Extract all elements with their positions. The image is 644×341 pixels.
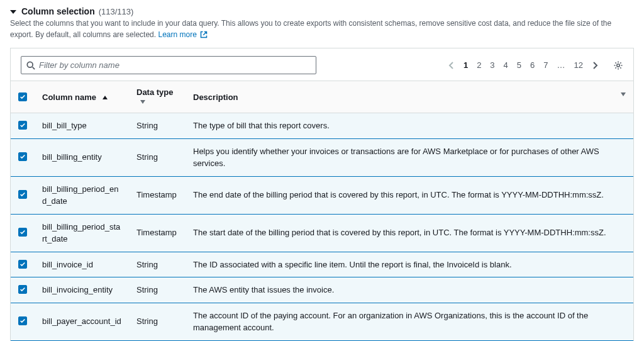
- cell-description: The AWS entity that issues the invoice.: [186, 277, 633, 303]
- toolbar: 1234567 … 12: [11, 48, 633, 81]
- table-row[interactable]: bill_bill_type String The type of bill t…: [11, 113, 633, 139]
- row-checkbox[interactable]: [18, 190, 27, 199]
- cell-data-type: String: [129, 277, 186, 303]
- cell-data-type: String: [129, 138, 186, 176]
- cell-data-type: String: [129, 252, 186, 277]
- cell-column-name: bill_billing_period_end_date: [35, 176, 129, 214]
- cell-description: Helps you identify whether your invoices…: [186, 138, 633, 176]
- row-checkbox[interactable]: [18, 121, 27, 130]
- settings-button[interactable]: [613, 60, 623, 70]
- table-row[interactable]: bill_invoicing_entity String The AWS ent…: [11, 277, 633, 303]
- cell-column-name: bill_invoice_id: [35, 252, 129, 277]
- section-title: Column selection: [21, 6, 95, 16]
- page-number[interactable]: 2: [477, 60, 481, 70]
- cell-column-name: bill_bill_type: [35, 113, 129, 139]
- page-number[interactable]: 4: [504, 60, 508, 70]
- page-number[interactable]: 7: [543, 60, 548, 70]
- collapse-caret-icon[interactable]: [10, 10, 16, 14]
- page-next[interactable]: [592, 61, 598, 70]
- external-link-icon: [200, 30, 208, 42]
- table-row[interactable]: bill_invoice_id String The ID associated…: [11, 252, 633, 277]
- page-ellipsis: …: [557, 60, 565, 70]
- table-row[interactable]: bill_billing_period_end_date Timestamp T…: [11, 176, 633, 214]
- sort-icon: [621, 92, 626, 96]
- sort-icon: [140, 100, 145, 104]
- cell-column-name: bill_billing_period_start_date: [35, 214, 129, 252]
- row-checkbox[interactable]: [18, 260, 27, 269]
- columns-table: Column name Data type Description bill_b…: [11, 81, 633, 341]
- table-row[interactable]: bill_billing_entity String Helps you ide…: [11, 138, 633, 176]
- search-icon: [26, 61, 35, 70]
- cell-data-type: String: [129, 113, 186, 139]
- cell-column-name: bill_invoicing_entity: [35, 277, 129, 303]
- row-checkbox[interactable]: [18, 228, 27, 237]
- section-description-text: Select the columns that you want to incl…: [10, 19, 611, 39]
- learn-more-link[interactable]: Learn more: [158, 30, 208, 39]
- cell-description: The end date of the billing period that …: [186, 176, 633, 214]
- page-number[interactable]: 1: [464, 60, 468, 70]
- svg-point-0: [27, 62, 33, 67]
- cell-column-name: bill_payer_account_id: [35, 303, 129, 340]
- search-input[interactable]: [35, 59, 311, 71]
- section-description: Select the columns that you want to incl…: [10, 18, 634, 42]
- section-header[interactable]: Column selection (113/113): [10, 6, 634, 16]
- section-count: (113/113): [99, 7, 134, 16]
- svg-point-1: [617, 64, 619, 66]
- row-checkbox[interactable]: [18, 285, 27, 294]
- cell-column-name: bill_billing_entity: [35, 138, 129, 176]
- cell-data-type: Timestamp: [129, 214, 186, 252]
- row-checkbox[interactable]: [18, 152, 27, 161]
- gear-icon: [613, 60, 623, 70]
- cell-description: The ID associated with a specific line i…: [186, 252, 633, 277]
- page-number[interactable]: 5: [517, 60, 521, 70]
- header-column-name[interactable]: Column name: [35, 81, 129, 113]
- header-data-type[interactable]: Data type: [129, 81, 186, 113]
- header-description[interactable]: Description: [186, 81, 633, 113]
- table-row[interactable]: bill_billing_period_start_date Timestamp…: [11, 214, 633, 252]
- cell-data-type: String: [129, 303, 186, 340]
- table-row[interactable]: bill_payer_account_id String The account…: [11, 303, 633, 340]
- search-box[interactable]: [21, 56, 316, 74]
- column-selection-panel: 1234567 … 12 Column name: [10, 48, 634, 341]
- cell-description: The type of bill that this report covers…: [186, 113, 633, 139]
- select-all-checkbox[interactable]: [18, 92, 27, 101]
- cell-description: The start date of the billing period tha…: [186, 214, 633, 252]
- row-checkbox[interactable]: [18, 316, 27, 325]
- page-prev[interactable]: [448, 61, 455, 70]
- pagination: 1234567 … 12: [448, 60, 623, 70]
- sort-asc-icon: [103, 96, 108, 99]
- page-number[interactable]: 3: [490, 60, 494, 70]
- cell-data-type: Timestamp: [129, 176, 186, 214]
- page-number[interactable]: 6: [530, 60, 535, 70]
- cell-description: The account ID of the paying account. Fo…: [186, 303, 633, 340]
- page-last[interactable]: 12: [574, 60, 583, 70]
- header-select-all[interactable]: [11, 81, 35, 113]
